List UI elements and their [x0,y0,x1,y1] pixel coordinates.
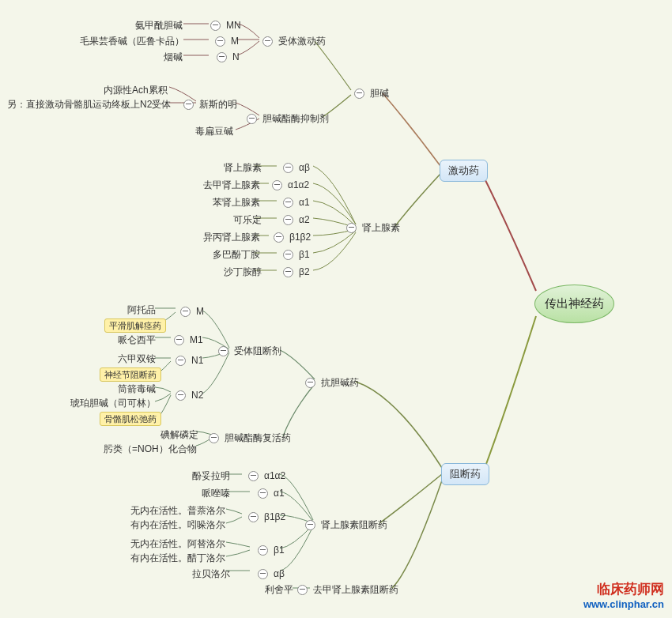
adren-b1b2-r: β1β2 [287,231,313,243]
root-node[interactable]: 传出神经药 [534,285,614,323]
ne-block-node[interactable]: 去甲肾上腺素阻断药 [294,582,401,597]
adren-b1[interactable]: β1 [280,247,312,262]
adren-a1-d: 苯肾上腺素 [210,194,262,210]
collapse-icon[interactable] [305,520,315,530]
anticholine-node[interactable]: 抗胆碱药 [302,375,361,390]
collapse-icon[interactable] [283,198,293,208]
rb-m[interactable]: M [177,303,206,319]
agonist-label: 激动药 [448,164,479,178]
collapse-icon[interactable] [297,585,308,595]
m-label: M [228,35,241,47]
collapse-icon[interactable] [346,223,357,233]
ache-react-a-label: 碘解磷定 [158,428,201,443]
collapse-icon[interactable] [283,267,293,277]
m-drug-label: 毛果芸香碱（匹鲁卡品） [77,34,187,49]
collapse-icon[interactable] [180,307,191,317]
n-drug-label: 烟碱 [161,50,185,65]
collapse-icon[interactable] [215,36,225,47]
adren-a2-d: 可乐定 [231,212,264,228]
adren-b1b2[interactable]: β1β2 [270,229,313,245]
ache-inhibitor-node[interactable]: 胆碱酯酶抑制剂 [244,111,331,126]
rb-n2[interactable]: N2 [172,387,206,403]
rb-n2-tag-label: 骨骼肌松弛药 [100,412,161,426]
watermark-line1: 临床药师网 [583,581,664,598]
ab-a1-d-label: 哌唑嗪 [199,486,232,501]
receptor-blocker-node[interactable]: 受体阻断剂 [215,343,284,359]
ab-b1b2-d1: 无内在活性。普萘洛尔 [128,503,228,518]
collapse-icon[interactable] [247,114,257,124]
collapse-icon[interactable] [176,390,186,401]
rb-m1-d-label: 哌仑西平 [115,333,158,348]
collapse-icon[interactable] [217,52,227,62]
adren-b1b2-d: 异丙肾上腺素 [201,229,262,245]
rb-n2-d1-label: 筒箭毒碱 [115,382,158,397]
adren-ab-d-label: 肾上腺素 [221,160,264,175]
adren-a1[interactable]: α1 [280,194,312,210]
collapse-icon[interactable] [209,433,219,443]
ab-ab[interactable]: αβ [255,566,287,582]
adren-a2-d-label: 可乐定 [231,213,264,228]
collapse-icon[interactable] [354,89,364,99]
physostigmine-node: 毒扁豆碱 [193,123,236,139]
n-node[interactable]: N [213,49,242,65]
rb-m-tag-label: 平滑肌解痉药 [104,318,166,333]
adren-b2[interactable]: β2 [280,264,312,280]
adren-a1a2[interactable]: α1α2 [269,177,311,193]
collapse-icon[interactable] [210,21,221,31]
rb-n2-d2: 琥珀胆碱（司可林） [68,395,158,411]
ab-a1-d: 哌唑嗪 [199,485,232,501]
neo-note-b-label: 另：直接激动骨骼肌运动终板上N2受体 [5,97,173,112]
ab-b1[interactable]: β1 [255,542,287,558]
ne-block-drug: 利舍平 [262,582,296,597]
collapse-icon[interactable] [258,569,268,579]
ache-react-b-label: 肟类（=NOH）化合物 [101,442,199,457]
adren-block-node[interactable]: 肾上腺素阻断药 [302,517,390,533]
collapse-icon[interactable] [274,232,284,243]
receptor-agonist-node[interactable]: 受体激动药 [259,33,328,49]
collapse-icon[interactable] [262,36,273,47]
adrenaline-node[interactable]: 肾上腺素 [343,220,402,236]
collapse-icon[interactable] [248,471,259,481]
mn-node[interactable]: MN [207,17,244,33]
adren-ab-r: αβ [296,161,312,174]
watermark: 临床药师网 www.clinphar.cn [583,581,664,612]
n-label: N [230,51,242,63]
collapse-icon[interactable] [176,356,186,366]
ab-a1a2[interactable]: α1α2 [245,468,288,484]
collapse-icon[interactable] [305,378,315,388]
collapse-icon[interactable] [272,180,282,190]
adren-a1a2-d-label: 去甲肾上腺素 [201,178,262,193]
watermark-line2: www.clinphar.cn [583,598,664,612]
ab-a1-r: α1 [271,487,287,499]
anticholine-label: 抗胆碱药 [319,375,361,390]
ab-a1[interactable]: α1 [255,485,287,501]
receptor-blocker-label: 受体阻断剂 [232,344,284,359]
rb-n1-tag-label: 神经节阻断药 [100,367,161,382]
adren-a2[interactable]: α2 [280,212,312,228]
ab-b1b2[interactable]: β1β2 [245,509,288,525]
rb-m1[interactable]: M1 [171,332,206,348]
collapse-icon[interactable] [258,545,268,556]
collapse-icon[interactable] [248,512,259,522]
collapse-icon[interactable] [218,346,228,356]
physostigmine-label: 毒扁豆碱 [193,124,236,139]
ne-block-drug-label: 利舍平 [262,582,296,597]
adren-ab-d: 肾上腺素 [221,160,264,175]
agonist-node[interactable]: 激动药 [440,160,488,182]
root-label: 传出神经药 [545,296,604,311]
collapse-icon[interactable] [283,215,293,225]
collapse-icon[interactable] [258,488,268,499]
collapse-icon[interactable] [183,100,194,110]
ache-inhibitor-label: 胆碱酯酶抑制剂 [260,111,331,126]
choline-node[interactable]: 胆碱 [351,85,391,101]
neostigmine-node[interactable]: 新斯的明 [180,96,240,112]
antagonist-node[interactable]: 阻断药 [441,463,489,485]
collapse-icon[interactable] [283,163,293,173]
m-node[interactable]: M [212,33,241,49]
ache-react-node[interactable]: 胆碱酯酶复活药 [206,430,293,446]
rb-n1[interactable]: N1 [172,352,206,368]
adren-ab[interactable]: αβ [280,160,312,175]
collapse-icon[interactable] [283,250,293,260]
adren-b1-d-label: 多巴酚丁胺 [210,247,262,262]
collapse-icon[interactable] [174,335,184,345]
